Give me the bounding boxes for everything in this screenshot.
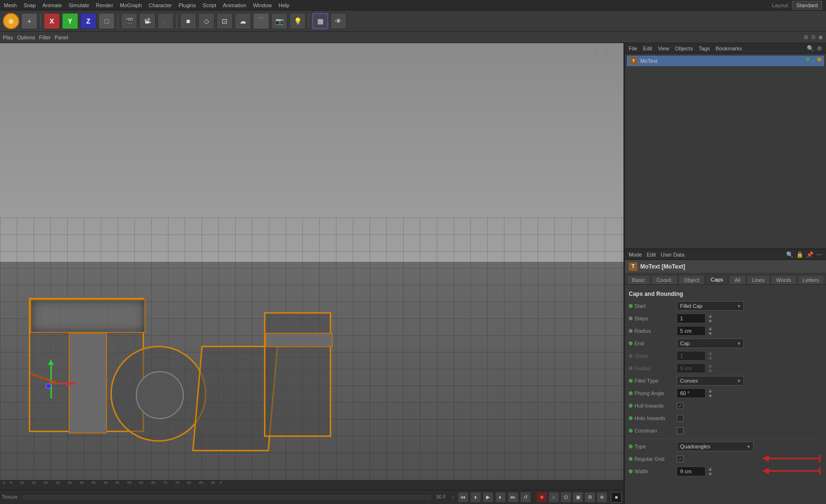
- tab-object[interactable]: Object: [679, 275, 705, 284]
- menu-script[interactable]: Script: [203, 2, 216, 8]
- phong-angle-field[interactable]: [677, 388, 706, 398]
- toolbar-deform[interactable]: ⊡: [216, 13, 233, 29]
- om-search-icon[interactable]: 🔍: [807, 45, 814, 52]
- om-menu-bookmarks[interactable]: Bookmarks: [716, 46, 742, 51]
- attr-search-icon[interactable]: 🔍: [786, 251, 793, 258]
- settings-btn[interactable]: ⚙: [585, 492, 595, 503]
- end-dropdown[interactable]: Cap ▾: [677, 339, 744, 348]
- toolbar-eye[interactable]: 👁: [330, 13, 347, 29]
- steps2-field[interactable]: [677, 351, 706, 361]
- width-up[interactable]: ▲: [707, 467, 713, 471]
- menu-animate[interactable]: Animate: [43, 2, 62, 8]
- toolbar-move[interactable]: ⊕: [3, 13, 19, 29]
- menu-options[interactable]: Options: [17, 35, 35, 40]
- toolbar-env[interactable]: ☁: [235, 13, 251, 29]
- toolbar-film2[interactable]: 📽: [139, 13, 156, 29]
- start-dropdown[interactable]: Fillet Cap ▾: [677, 301, 744, 311]
- tab-basic[interactable]: Basic: [627, 275, 650, 284]
- tab-letters[interactable]: Letters: [798, 275, 825, 284]
- attr-menu-userdata[interactable]: User Data: [661, 252, 685, 258]
- toolbar-film3[interactable]: 🎥: [157, 13, 174, 29]
- toolbar-x[interactable]: X: [44, 13, 60, 29]
- width-field[interactable]: [677, 467, 706, 476]
- om-settings-icon[interactable]: ⚙: [817, 45, 822, 52]
- attr-lock-icon[interactable]: 🔒: [796, 251, 803, 258]
- menu-help[interactable]: Help: [278, 2, 289, 8]
- toolbar-add[interactable]: +: [21, 13, 37, 29]
- menu-character[interactable]: Character: [149, 2, 172, 8]
- type-dropdown[interactable]: Quadrangles ▾: [677, 442, 754, 451]
- toolbar-y[interactable]: Y: [62, 13, 78, 29]
- toolbar-light[interactable]: 💡: [289, 13, 306, 29]
- radius1-down[interactable]: ▼: [707, 331, 713, 336]
- object-item-motext[interactable]: T MoText ✓: [627, 56, 824, 66]
- toolbar-spline[interactable]: ⌒: [253, 13, 269, 29]
- anim-record-btn[interactable]: ■: [611, 492, 622, 503]
- radius2-up[interactable]: ▲: [707, 363, 713, 368]
- key-all-btn[interactable]: ⌬: [561, 492, 571, 503]
- viewport-corner-btn1[interactable]: ⊞: [804, 34, 808, 40]
- radius2-down[interactable]: ▼: [707, 368, 713, 373]
- play-prev[interactable]: ⏴: [470, 492, 481, 503]
- status-dot-visible[interactable]: [806, 58, 810, 61]
- play-to-end[interactable]: ⏭: [508, 492, 518, 503]
- om-menu-objects[interactable]: Objects: [675, 46, 693, 51]
- attr-menu-edit[interactable]: Edit: [647, 252, 656, 258]
- menu-window[interactable]: Window: [253, 2, 272, 8]
- menu-plugins[interactable]: Plugins: [179, 2, 196, 8]
- radius1-up[interactable]: ▲: [707, 326, 713, 331]
- menu-play[interactable]: Play: [3, 35, 13, 40]
- steps2-down[interactable]: ▼: [707, 356, 713, 361]
- menu-render[interactable]: Render: [96, 2, 113, 8]
- steps1-field[interactable]: [677, 314, 706, 323]
- toolbar-cube[interactable]: ■: [180, 13, 196, 29]
- record-btn[interactable]: ⏺: [537, 492, 547, 503]
- width-down[interactable]: ▼: [707, 471, 713, 476]
- play-forward[interactable]: ▶: [483, 492, 493, 503]
- tab-lines[interactable]: Lines: [747, 275, 770, 284]
- menu-snap[interactable]: Snap: [24, 2, 36, 8]
- menu-mograph[interactable]: MoGraph: [120, 2, 142, 8]
- play-next[interactable]: ⏵: [495, 492, 506, 503]
- om-menu-tags[interactable]: Tags: [699, 46, 710, 51]
- hull-inwards-checkbox[interactable]: [677, 402, 683, 409]
- steps1-down[interactable]: ▼: [707, 318, 713, 323]
- viewport-corner-btn2[interactable]: ⊟: [811, 34, 815, 40]
- steps2-up[interactable]: ▲: [707, 351, 713, 356]
- phong-down[interactable]: ▼: [707, 393, 713, 398]
- fillet-type-dropdown[interactable]: Convex ▾: [677, 376, 744, 386]
- toolbar-z[interactable]: Z: [80, 13, 96, 29]
- radius2-field[interactable]: [677, 363, 706, 373]
- attr-menu-mode[interactable]: Mode: [629, 252, 642, 258]
- tab-coord[interactable]: Coord.: [651, 275, 678, 284]
- steps1-up[interactable]: ▲: [707, 314, 713, 318]
- menu-panel[interactable]: Panel: [55, 35, 68, 40]
- om-menu-view[interactable]: View: [658, 46, 670, 51]
- tab-caps[interactable]: Caps: [706, 275, 729, 284]
- key-btn[interactable]: ⌂: [549, 492, 559, 503]
- viewport-corner-btn3[interactable]: ◉: [818, 34, 823, 40]
- om-menu-file[interactable]: File: [629, 46, 637, 51]
- viewport-icon-grid[interactable]: ⊞: [593, 46, 599, 55]
- menu-simulate[interactable]: Simulate: [69, 2, 89, 8]
- loop-btn[interactable]: ↺: [520, 492, 531, 503]
- toolbar-box[interactable]: □: [98, 13, 115, 29]
- menu-animation[interactable]: Animation: [223, 2, 246, 8]
- tab-all[interactable]: All: [729, 275, 745, 284]
- phong-up[interactable]: ▲: [707, 388, 713, 393]
- layout-value[interactable]: Standard: [792, 1, 822, 10]
- play-to-start[interactable]: ⏮: [458, 492, 468, 503]
- viewport-icon-cam[interactable]: ⊠: [603, 46, 609, 55]
- tab-words[interactable]: Words: [771, 275, 797, 284]
- hole-inwards-checkbox[interactable]: [677, 415, 683, 422]
- menu-filter[interactable]: Filter: [39, 35, 50, 40]
- toolbar-nurbs[interactable]: ◇: [198, 13, 215, 29]
- viewport-icon-light[interactable]: ◎: [613, 46, 620, 55]
- toolbar-display[interactable]: ▦: [312, 13, 328, 29]
- radius1-field[interactable]: [677, 326, 706, 336]
- menu-mesh[interactable]: Mesh: [4, 2, 17, 8]
- toolbar-film1[interactable]: 🎬: [121, 13, 137, 29]
- viewport[interactable]: ⊞ ⊠ ◎ 0 5 10 15 20 25 30 35 40 45 50 55 …: [0, 43, 624, 504]
- attr-more-icon[interactable]: ⋯: [816, 251, 822, 258]
- motion-btn[interactable]: ⊗: [597, 492, 607, 503]
